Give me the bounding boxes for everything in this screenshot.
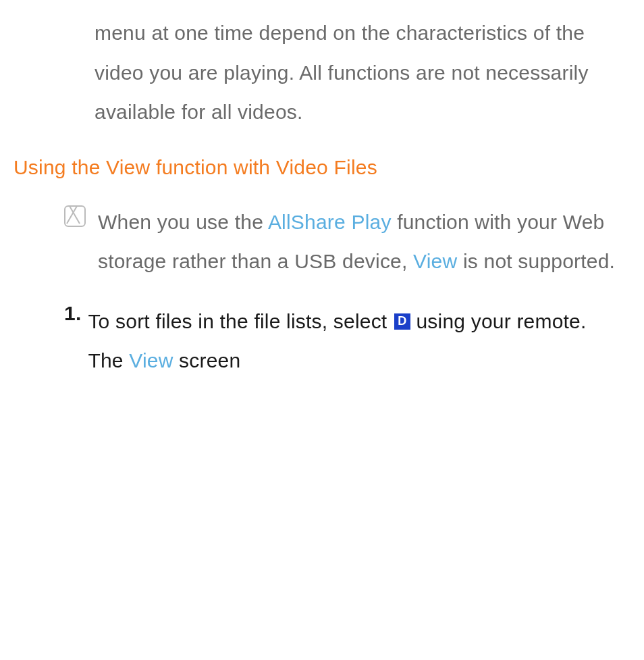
allshare-play-term: AllShare Play bbox=[268, 211, 392, 233]
intro-text: menu at one time depend on the character… bbox=[95, 22, 589, 123]
view-term-2: View bbox=[129, 349, 173, 372]
step-1-number: 1. bbox=[64, 302, 81, 325]
note-text: When you use the AllShare Play function … bbox=[98, 203, 617, 282]
step-1-block: 1. To sort files in the file lists, sele… bbox=[64, 302, 617, 381]
view-term-1: View bbox=[413, 250, 457, 272]
section-heading: Using the View function with Video Files bbox=[14, 156, 617, 179]
heading-text: Using the View function with Video Files bbox=[14, 156, 377, 178]
step1-part3: screen bbox=[173, 349, 241, 372]
step1-part1: To sort files in the file lists, select bbox=[88, 310, 393, 332]
intro-paragraph: menu at one time depend on the character… bbox=[95, 14, 617, 132]
note-part3: is not supported. bbox=[457, 250, 615, 272]
note-icon bbox=[64, 205, 86, 227]
note-block: When you use the AllShare Play function … bbox=[64, 203, 617, 282]
d-button-icon: D bbox=[394, 313, 410, 330]
note-part1: When you use the bbox=[98, 211, 268, 233]
step-1-text: To sort files in the file lists, select … bbox=[88, 302, 617, 381]
